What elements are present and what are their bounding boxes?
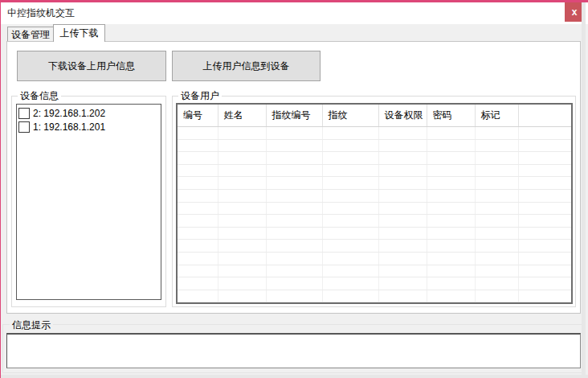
table-cell [266, 177, 322, 190]
table-cell [475, 164, 518, 177]
table-cell [518, 215, 571, 228]
table-cell [322, 177, 378, 190]
checkbox-icon[interactable] [18, 108, 30, 119]
table-row[interactable] [178, 252, 571, 265]
window-edge-right [582, 2, 586, 378]
table-cell [427, 152, 475, 165]
table-cell [178, 252, 218, 265]
table-cell [427, 202, 475, 215]
table-cell [218, 189, 266, 202]
device-users-table[interactable]: 编号 姓名 指纹编号 指纹 设备权限 密码 标记 [176, 103, 573, 304]
table-cell [378, 127, 427, 140]
col-header-password[interactable]: 密码 [427, 105, 475, 127]
table-cell [518, 265, 571, 277]
table-cell [475, 252, 518, 265]
table-cell [218, 240, 266, 253]
table-cell [378, 164, 427, 177]
table-cell [518, 127, 571, 140]
table-cell [378, 139, 427, 152]
table-cell [218, 177, 266, 190]
table-cell [475, 139, 518, 152]
message-textbox[interactable] [6, 333, 581, 368]
table-row[interactable] [178, 189, 571, 202]
col-header-name[interactable]: 姓名 [218, 105, 266, 127]
table-cell [427, 127, 475, 140]
col-header-id[interactable]: 编号 [178, 105, 218, 127]
device-list-item[interactable]: 1: 192.168.1.201 [17, 120, 161, 134]
table-cell [427, 139, 475, 152]
device-list[interactable]: 2: 192.168.1.202 1: 192.168.1.201 [16, 104, 161, 300]
table-row[interactable] [178, 215, 571, 228]
table-row[interactable] [178, 177, 571, 190]
tab-label: 设备管理 [11, 28, 50, 42]
device-users-group-label: 设备用户 [178, 90, 222, 101]
table-cell [178, 290, 218, 302]
table-row[interactable] [178, 265, 571, 277]
table-cell [322, 189, 378, 202]
table-cell [378, 227, 427, 240]
table-cell [378, 252, 427, 265]
table-cell [518, 290, 571, 302]
table-cell [475, 127, 518, 140]
table-row[interactable] [178, 127, 571, 140]
table-cell [322, 227, 378, 240]
device-label: 2: 192.168.1.202 [33, 108, 105, 119]
app-window: 中控指纹机交互 x 设备管理 上传下载 下载设备上用户信息 上传用户信息到设备 … [0, 0, 588, 378]
table-row[interactable] [178, 277, 571, 290]
window-title: 中控指纹机交互 [1, 6, 75, 20]
table-cell [378, 290, 427, 302]
table-cell [178, 277, 218, 290]
table-cell [427, 252, 475, 265]
table-cell [178, 152, 218, 165]
table-cell [518, 139, 571, 152]
table-row[interactable] [178, 139, 571, 152]
device-users-body [178, 127, 571, 302]
table-row[interactable] [178, 227, 571, 240]
table-cell [475, 215, 518, 228]
table-cell [475, 152, 518, 165]
table-cell [218, 152, 266, 165]
col-header-fingerprint[interactable]: 指纹 [322, 105, 378, 127]
download-users-button[interactable]: 下载设备上用户信息 [17, 51, 166, 81]
table-cell [475, 265, 518, 277]
tab-upload-download[interactable]: 上传下载 [53, 24, 105, 42]
table-cell [322, 215, 378, 228]
table-row[interactable] [178, 240, 571, 253]
table-cell [378, 152, 427, 165]
table-row[interactable] [178, 202, 571, 215]
checkbox-icon[interactable] [18, 121, 30, 133]
table-cell [266, 189, 322, 202]
table-row[interactable] [178, 164, 571, 177]
table-cell [378, 189, 427, 202]
table-cell [322, 252, 378, 265]
table-row[interactable] [178, 290, 571, 302]
upload-download-panel: 下载设备上用户信息 上传用户信息到设备 设备信息 2: 192.168.1.20… [6, 41, 581, 314]
col-header-privilege[interactable]: 设备权限 [378, 105, 427, 127]
col-header-mark[interactable]: 标记 [475, 105, 518, 127]
col-header-blank [518, 105, 571, 127]
table-cell [178, 189, 218, 202]
table-cell [427, 290, 475, 302]
tab-label: 上传下载 [60, 27, 99, 40]
device-list-item[interactable]: 2: 192.168.1.202 [17, 106, 161, 120]
table-cell [475, 277, 518, 290]
table-cell [518, 177, 571, 190]
table-cell [266, 290, 322, 302]
table-cell [475, 227, 518, 240]
table-row[interactable] [178, 152, 571, 165]
table-cell [266, 240, 322, 253]
table-cell [518, 277, 571, 290]
table-cell [378, 177, 427, 190]
col-header-fingerprint-no[interactable]: 指纹编号 [266, 105, 322, 127]
table-cell [218, 164, 266, 177]
table-cell [322, 265, 378, 277]
table-cell [266, 277, 322, 290]
table-cell [322, 139, 378, 152]
title-bar[interactable]: 中控指纹机交互 [1, 2, 588, 24]
table-cell [266, 265, 322, 277]
table-cell [218, 277, 266, 290]
upload-users-button[interactable]: 上传用户信息到设备 [172, 51, 321, 81]
table-cell [518, 202, 571, 215]
table-cell [427, 189, 475, 202]
tab-device-management[interactable]: 设备管理 [7, 27, 54, 42]
